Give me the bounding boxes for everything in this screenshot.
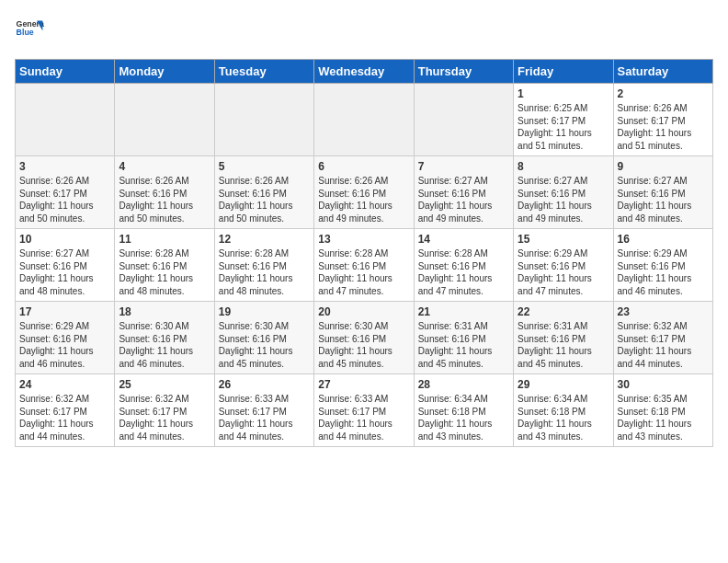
weekday-header-row: SundayMondayTuesdayWednesdayThursdayFrid… [16, 60, 713, 84]
day-cell: 2Sunrise: 6:26 AM Sunset: 6:17 PM Daylig… [613, 84, 712, 156]
day-info: Sunrise: 6:30 AM Sunset: 6:16 PM Dayligh… [119, 320, 210, 370]
day-cell [214, 84, 313, 156]
week-row-1: 1Sunrise: 6:25 AM Sunset: 6:17 PM Daylig… [16, 84, 713, 156]
day-number: 7 [418, 160, 509, 173]
day-number: 6 [318, 160, 409, 173]
day-cell: 28Sunrise: 6:34 AM Sunset: 6:18 PM Dayli… [414, 374, 513, 447]
day-number: 29 [518, 378, 609, 391]
day-cell: 26Sunrise: 6:33 AM Sunset: 6:17 PM Dayli… [214, 374, 313, 447]
day-cell: 15Sunrise: 6:29 AM Sunset: 6:16 PM Dayli… [514, 229, 613, 302]
day-number: 14 [418, 233, 509, 246]
day-cell: 18Sunrise: 6:30 AM Sunset: 6:16 PM Dayli… [115, 302, 214, 374]
day-info: Sunrise: 6:30 AM Sunset: 6:16 PM Dayligh… [219, 320, 310, 370]
day-info: Sunrise: 6:26 AM Sunset: 6:16 PM Dayligh… [119, 175, 210, 224]
day-cell: 19Sunrise: 6:30 AM Sunset: 6:16 PM Dayli… [214, 302, 313, 374]
day-info: Sunrise: 6:29 AM Sunset: 6:16 PM Dayligh… [618, 247, 709, 297]
day-number: 18 [119, 305, 210, 318]
day-cell: 16Sunrise: 6:29 AM Sunset: 6:16 PM Dayli… [613, 229, 712, 302]
day-cell: 5Sunrise: 6:26 AM Sunset: 6:16 PM Daylig… [214, 156, 313, 229]
day-number: 26 [219, 378, 310, 391]
day-info: Sunrise: 6:28 AM Sunset: 6:16 PM Dayligh… [219, 247, 310, 297]
day-cell: 17Sunrise: 6:29 AM Sunset: 6:16 PM Dayli… [16, 302, 115, 374]
day-number: 8 [518, 160, 609, 173]
header: General Blue [15, 15, 713, 48]
day-number: 24 [19, 378, 110, 391]
day-info: Sunrise: 6:27 AM Sunset: 6:16 PM Dayligh… [418, 175, 509, 224]
day-cell: 7Sunrise: 6:27 AM Sunset: 6:16 PM Daylig… [414, 156, 513, 229]
svg-text:Blue: Blue [17, 28, 34, 37]
day-cell: 6Sunrise: 6:26 AM Sunset: 6:16 PM Daylig… [314, 156, 414, 229]
day-cell: 3Sunrise: 6:26 AM Sunset: 6:17 PM Daylig… [16, 156, 115, 229]
day-number: 21 [418, 305, 509, 318]
day-number: 12 [219, 233, 310, 246]
day-cell: 22Sunrise: 6:31 AM Sunset: 6:16 PM Dayli… [514, 302, 613, 374]
weekday-header-monday: Monday [115, 60, 214, 84]
day-number: 4 [119, 160, 210, 173]
day-info: Sunrise: 6:31 AM Sunset: 6:16 PM Dayligh… [518, 320, 609, 370]
logo: General Blue [15, 15, 44, 48]
day-number: 28 [418, 378, 509, 391]
day-info: Sunrise: 6:27 AM Sunset: 6:16 PM Dayligh… [518, 175, 609, 224]
day-number: 15 [518, 233, 609, 246]
weekday-header-thursday: Thursday [414, 60, 513, 84]
day-number: 11 [119, 233, 210, 246]
day-cell [314, 84, 414, 156]
day-cell: 29Sunrise: 6:34 AM Sunset: 6:18 PM Dayli… [514, 374, 613, 447]
weekday-header-friday: Friday [514, 60, 613, 84]
day-cell [115, 84, 214, 156]
day-number: 3 [19, 160, 110, 173]
day-info: Sunrise: 6:26 AM Sunset: 6:17 PM Dayligh… [618, 102, 709, 152]
week-row-3: 10Sunrise: 6:27 AM Sunset: 6:16 PM Dayli… [16, 229, 713, 302]
calendar: SundayMondayTuesdayWednesdayThursdayFrid… [15, 59, 713, 447]
day-info: Sunrise: 6:28 AM Sunset: 6:16 PM Dayligh… [318, 247, 409, 297]
day-cell [16, 84, 115, 156]
day-info: Sunrise: 6:25 AM Sunset: 6:17 PM Dayligh… [518, 102, 609, 152]
day-cell [414, 84, 513, 156]
week-row-4: 17Sunrise: 6:29 AM Sunset: 6:16 PM Dayli… [16, 302, 713, 374]
day-cell: 9Sunrise: 6:27 AM Sunset: 6:16 PM Daylig… [613, 156, 712, 229]
day-number: 1 [518, 87, 609, 100]
day-info: Sunrise: 6:28 AM Sunset: 6:16 PM Dayligh… [119, 247, 210, 297]
day-info: Sunrise: 6:31 AM Sunset: 6:16 PM Dayligh… [418, 320, 509, 370]
day-info: Sunrise: 6:32 AM Sunset: 6:17 PM Dayligh… [119, 393, 210, 442]
day-info: Sunrise: 6:35 AM Sunset: 6:18 PM Dayligh… [618, 393, 709, 442]
weekday-header-sunday: Sunday [16, 60, 115, 84]
day-number: 25 [119, 378, 210, 391]
day-info: Sunrise: 6:26 AM Sunset: 6:16 PM Dayligh… [219, 175, 310, 224]
day-info: Sunrise: 6:32 AM Sunset: 6:17 PM Dayligh… [19, 393, 110, 442]
day-number: 9 [618, 160, 709, 173]
day-cell: 23Sunrise: 6:32 AM Sunset: 6:17 PM Dayli… [613, 302, 712, 374]
day-cell: 30Sunrise: 6:35 AM Sunset: 6:18 PM Dayli… [613, 374, 712, 447]
day-cell: 21Sunrise: 6:31 AM Sunset: 6:16 PM Dayli… [414, 302, 513, 374]
day-number: 2 [618, 87, 709, 100]
weekday-header-wednesday: Wednesday [314, 60, 414, 84]
day-info: Sunrise: 6:32 AM Sunset: 6:17 PM Dayligh… [618, 320, 709, 370]
day-cell: 11Sunrise: 6:28 AM Sunset: 6:16 PM Dayli… [115, 229, 214, 302]
weekday-header-saturday: Saturday [613, 60, 712, 84]
day-info: Sunrise: 6:29 AM Sunset: 6:16 PM Dayligh… [19, 320, 110, 370]
day-info: Sunrise: 6:28 AM Sunset: 6:16 PM Dayligh… [418, 247, 509, 297]
day-info: Sunrise: 6:30 AM Sunset: 6:16 PM Dayligh… [318, 320, 409, 370]
day-info: Sunrise: 6:27 AM Sunset: 6:16 PM Dayligh… [19, 247, 110, 297]
day-info: Sunrise: 6:26 AM Sunset: 6:17 PM Dayligh… [19, 175, 110, 224]
day-cell: 24Sunrise: 6:32 AM Sunset: 6:17 PM Dayli… [16, 374, 115, 447]
day-number: 23 [618, 305, 709, 318]
day-number: 10 [19, 233, 110, 246]
day-number: 13 [318, 233, 409, 246]
day-cell: 1Sunrise: 6:25 AM Sunset: 6:17 PM Daylig… [514, 84, 613, 156]
week-row-5: 24Sunrise: 6:32 AM Sunset: 6:17 PM Dayli… [16, 374, 713, 447]
day-number: 30 [618, 378, 709, 391]
day-info: Sunrise: 6:29 AM Sunset: 6:16 PM Dayligh… [518, 247, 609, 297]
day-cell: 13Sunrise: 6:28 AM Sunset: 6:16 PM Dayli… [314, 229, 414, 302]
logo-icon: General Blue [15, 15, 44, 44]
day-number: 5 [219, 160, 310, 173]
day-number: 22 [518, 305, 609, 318]
day-number: 17 [19, 305, 110, 318]
day-number: 16 [618, 233, 709, 246]
day-info: Sunrise: 6:34 AM Sunset: 6:18 PM Dayligh… [518, 393, 609, 442]
day-cell: 25Sunrise: 6:32 AM Sunset: 6:17 PM Dayli… [115, 374, 214, 447]
day-info: Sunrise: 6:27 AM Sunset: 6:16 PM Dayligh… [618, 175, 709, 224]
day-cell: 4Sunrise: 6:26 AM Sunset: 6:16 PM Daylig… [115, 156, 214, 229]
day-info: Sunrise: 6:34 AM Sunset: 6:18 PM Dayligh… [418, 393, 509, 442]
day-number: 19 [219, 305, 310, 318]
